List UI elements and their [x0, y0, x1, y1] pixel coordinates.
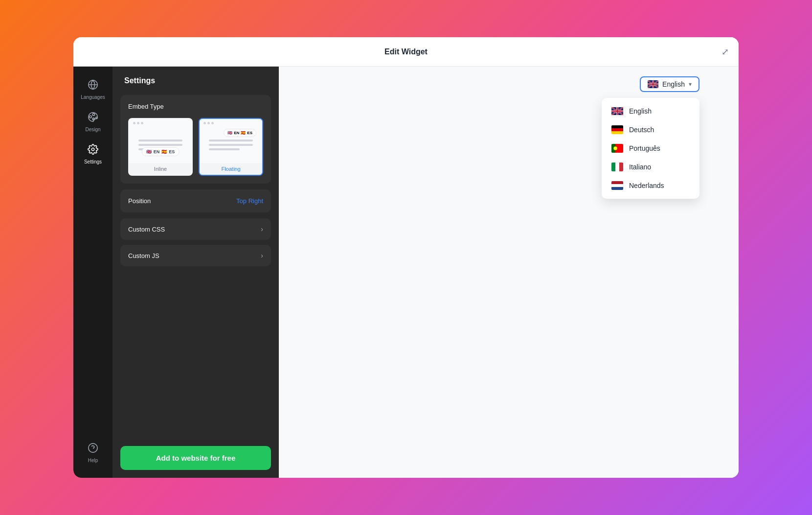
embed-option-inline[interactable]: 🇬🇧 EN 🇪🇸 ES Inline: [128, 118, 193, 176]
floating-preview: 🇬🇧 EN 🇪🇸 ES: [200, 119, 262, 163]
dot3: [141, 122, 143, 124]
fline1: [209, 140, 253, 141]
flag-es-float: 🇪🇸: [241, 131, 246, 135]
language-dropdown-menu: English Deutsch Port: [602, 98, 699, 199]
expand-button[interactable]: ⤢: [722, 47, 729, 57]
settings-title: Settings: [124, 76, 155, 85]
inline-label: Inline: [129, 163, 192, 175]
expand-icon: ⤢: [722, 47, 729, 57]
browser-dots-floating: [203, 122, 214, 124]
custom-css-label: Custom CSS: [128, 226, 165, 233]
selected-language-label: English: [662, 80, 685, 88]
modal-body: Languages Design: [73, 67, 739, 478]
lang-option-it[interactable]: Italiano: [602, 158, 699, 176]
custom-js-section[interactable]: Custom JS ›: [120, 245, 271, 266]
browser-dots-inline: [133, 122, 143, 124]
svg-point-6: [89, 444, 97, 452]
flag-en-icon: [611, 107, 623, 116]
line2: [138, 144, 182, 146]
chevron-down-icon: ▾: [689, 81, 692, 88]
lang-pt-label: Português: [629, 144, 660, 152]
sidebar-design-label: Design: [85, 127, 100, 132]
svg-point-1: [92, 114, 95, 116]
lang-option-de[interactable]: Deutsch: [602, 120, 699, 139]
embed-option-floating[interactable]: 🇬🇧 EN 🇪🇸 ES Floating: [199, 118, 263, 176]
edit-widget-modal: Edit Widget ⤢ Languages: [73, 37, 739, 478]
line1: [138, 140, 182, 141]
languages-icon: [88, 79, 98, 93]
dot2: [137, 122, 139, 124]
lang-option-en[interactable]: English: [602, 102, 699, 120]
language-selector-button[interactable]: English ▾: [640, 76, 699, 92]
modal-header: Edit Widget ⤢: [73, 37, 739, 67]
position-row: Position Top Right: [128, 197, 263, 205]
flag-it-icon: [611, 163, 623, 171]
embed-type-section: Embed Type: [120, 95, 271, 184]
flag-en-float: 🇬🇧: [227, 131, 232, 135]
sidebar-bottom: Help: [76, 438, 110, 470]
svg-point-11: [613, 146, 617, 150]
flag-nl-icon: [611, 181, 623, 190]
flag-pt-icon: [611, 144, 623, 153]
fdot1: [203, 122, 206, 124]
inline-preview: 🇬🇧 EN 🇪🇸 ES: [129, 119, 192, 163]
settings-panel: Settings Embed Type: [113, 67, 279, 478]
lang-it-label: Italiano: [629, 163, 651, 171]
sidebar-item-design[interactable]: Design: [76, 107, 110, 137]
lang-en-label: English: [629, 107, 652, 115]
add-btn-container: Add to website for free: [113, 438, 279, 478]
sidebar-settings-label: Settings: [84, 159, 102, 164]
inline-lang-badge: 🇬🇧 EN 🇪🇸 ES: [142, 147, 180, 156]
preview-area: English ▾ English: [279, 67, 739, 478]
chevron-right-js-icon: ›: [261, 252, 263, 259]
add-to-website-button[interactable]: Add to website for free: [120, 446, 271, 470]
position-label: Position: [128, 197, 151, 205]
sidebar-help-label: Help: [88, 458, 98, 463]
floating-lang-badge: 🇬🇧 EN 🇪🇸 ES: [224, 129, 256, 137]
sidebar-item-help[interactable]: Help: [76, 438, 110, 468]
lang-option-nl[interactable]: Nederlands: [602, 176, 699, 195]
flag-en-small: 🇬🇧: [146, 149, 152, 154]
fline2: [209, 144, 253, 146]
lang-de-label: Deutsch: [629, 126, 654, 134]
svg-point-2: [90, 116, 92, 118]
position-section: Position Top Right: [120, 189, 271, 212]
design-icon: [88, 112, 98, 125]
dot1: [133, 122, 135, 124]
sidebar-languages-label: Languages: [81, 94, 105, 100]
chevron-right-css-icon: ›: [261, 225, 263, 233]
settings-content: Embed Type: [113, 95, 279, 438]
flag-es-small: 🇪🇸: [161, 149, 167, 154]
position-value[interactable]: Top Right: [236, 197, 263, 205]
fdot3: [211, 122, 214, 124]
lang-option-pt[interactable]: Português: [602, 139, 699, 158]
floating-label: Floating: [200, 163, 262, 175]
lang-nl-label: Nederlands: [629, 182, 664, 189]
help-icon: [88, 443, 98, 456]
sidebar: Languages Design: [73, 67, 113, 478]
custom-css-section[interactable]: Custom CSS ›: [120, 218, 271, 240]
flag-de-icon: [611, 125, 623, 134]
embed-type-label: Embed Type: [128, 103, 263, 110]
settings-header: Settings: [113, 67, 279, 95]
svg-point-5: [91, 148, 94, 151]
fdot2: [207, 122, 210, 124]
custom-js-label: Custom JS: [128, 252, 159, 259]
sidebar-item-settings[interactable]: Settings: [76, 139, 110, 169]
settings-icon: [88, 144, 98, 157]
modal-title: Edit Widget: [384, 47, 428, 56]
embed-options: 🇬🇧 EN 🇪🇸 ES Inline: [128, 118, 263, 176]
sidebar-item-languages[interactable]: Languages: [76, 74, 110, 105]
selected-flag-icon: [648, 80, 658, 88]
fline3: [209, 148, 240, 150]
floating-lines: [209, 140, 253, 153]
